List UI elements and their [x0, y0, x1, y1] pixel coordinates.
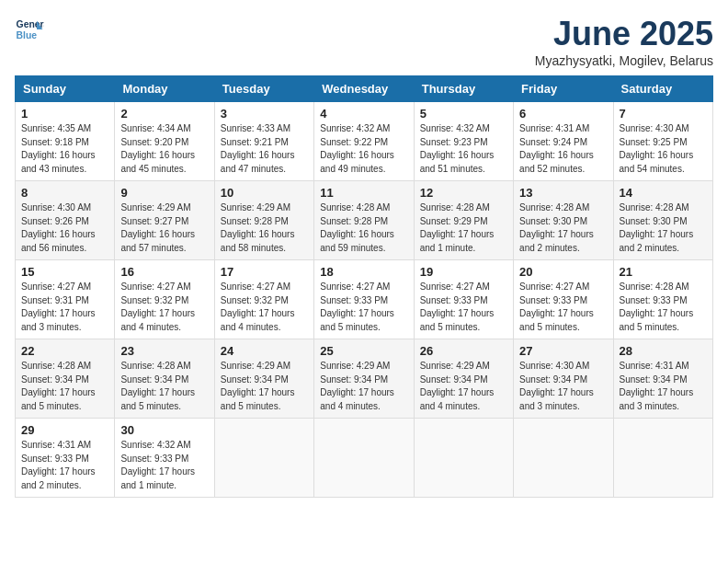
day-number: 6: [519, 107, 607, 121]
day-info: Sunrise: 4:27 AM Sunset: 9:33 PM Dayligh…: [320, 281, 407, 334]
location-title: Myazhysyatki, Mogilev, Belarus: [535, 53, 713, 68]
week-row-3: 15Sunrise: 4:27 AM Sunset: 9:31 PM Dayli…: [16, 260, 713, 339]
day-cell-2: 2Sunrise: 4:34 AM Sunset: 9:20 PM Daylig…: [115, 102, 214, 181]
day-cell-24: 24Sunrise: 4:29 AM Sunset: 9:34 PM Dayli…: [214, 339, 313, 419]
weekday-header-friday: Friday: [514, 76, 613, 102]
day-cell-10: 10Sunrise: 4:29 AM Sunset: 9:28 PM Dayli…: [214, 181, 313, 260]
day-info: Sunrise: 4:31 AM Sunset: 9:34 PM Dayligh…: [620, 360, 707, 413]
logo: General Blue: [15, 15, 44, 44]
day-cell-7: 7Sunrise: 4:30 AM Sunset: 9:25 PM Daylig…: [613, 102, 712, 181]
day-cell-27: 27Sunrise: 4:30 AM Sunset: 9:34 PM Dayli…: [514, 339, 613, 419]
weekday-header-saturday: Saturday: [613, 76, 712, 102]
day-info: Sunrise: 4:29 AM Sunset: 9:27 PM Dayligh…: [120, 201, 208, 255]
day-info: Sunrise: 4:27 AM Sunset: 9:32 PM Dayligh…: [120, 281, 208, 334]
day-number: 8: [21, 186, 108, 200]
day-number: 25: [320, 344, 407, 358]
day-cell-20: 20Sunrise: 4:27 AM Sunset: 9:33 PM Dayli…: [514, 260, 613, 339]
day-cell-14: 14Sunrise: 4:28 AM Sunset: 9:30 PM Dayli…: [613, 181, 712, 260]
day-number: 10: [221, 186, 308, 200]
logo-icon: General Blue: [15, 15, 44, 44]
empty-cell: [613, 419, 712, 498]
day-number: 5: [420, 107, 507, 121]
day-cell-21: 21Sunrise: 4:28 AM Sunset: 9:33 PM Dayli…: [613, 260, 712, 339]
day-cell-6: 6Sunrise: 4:31 AM Sunset: 9:24 PM Daylig…: [514, 102, 613, 181]
day-info: Sunrise: 4:30 AM Sunset: 9:34 PM Dayligh…: [519, 360, 607, 413]
day-cell-13: 13Sunrise: 4:28 AM Sunset: 9:30 PM Dayli…: [514, 181, 613, 260]
day-info: Sunrise: 4:30 AM Sunset: 9:25 PM Dayligh…: [620, 122, 707, 176]
day-cell-17: 17Sunrise: 4:27 AM Sunset: 9:32 PM Dayli…: [214, 260, 313, 339]
day-info: Sunrise: 4:28 AM Sunset: 9:28 PM Dayligh…: [320, 201, 407, 255]
month-title: June 2025: [535, 15, 713, 53]
empty-cell: [314, 419, 414, 498]
day-number: 13: [519, 186, 607, 200]
weekday-header-thursday: Thursday: [414, 76, 513, 102]
weekday-header-sunday: Sunday: [16, 76, 115, 102]
day-cell-12: 12Sunrise: 4:28 AM Sunset: 9:29 PM Dayli…: [414, 181, 513, 260]
day-cell-16: 16Sunrise: 4:27 AM Sunset: 9:32 PM Dayli…: [115, 260, 214, 339]
day-number: 16: [120, 265, 208, 279]
day-number: 24: [221, 344, 308, 358]
day-cell-28: 28Sunrise: 4:31 AM Sunset: 9:34 PM Dayli…: [613, 339, 712, 419]
day-cell-29: 29Sunrise: 4:31 AM Sunset: 9:33 PM Dayli…: [16, 419, 115, 498]
day-number: 19: [420, 265, 507, 279]
day-cell-3: 3Sunrise: 4:33 AM Sunset: 9:21 PM Daylig…: [214, 102, 313, 181]
day-info: Sunrise: 4:28 AM Sunset: 9:30 PM Dayligh…: [519, 201, 607, 255]
day-cell-15: 15Sunrise: 4:27 AM Sunset: 9:31 PM Dayli…: [16, 260, 115, 339]
day-number: 18: [320, 265, 407, 279]
weekday-header-tuesday: Tuesday: [214, 76, 313, 102]
day-number: 3: [221, 107, 308, 121]
day-info: Sunrise: 4:31 AM Sunset: 9:33 PM Dayligh…: [21, 439, 108, 492]
day-info: Sunrise: 4:29 AM Sunset: 9:34 PM Dayligh…: [420, 360, 507, 413]
day-cell-5: 5Sunrise: 4:32 AM Sunset: 9:23 PM Daylig…: [414, 102, 513, 181]
day-info: Sunrise: 4:32 AM Sunset: 9:22 PM Dayligh…: [320, 122, 407, 176]
day-info: Sunrise: 4:27 AM Sunset: 9:32 PM Dayligh…: [221, 281, 308, 334]
day-cell-8: 8Sunrise: 4:30 AM Sunset: 9:26 PM Daylig…: [16, 181, 115, 260]
day-info: Sunrise: 4:28 AM Sunset: 9:30 PM Dayligh…: [620, 201, 707, 255]
day-info: Sunrise: 4:33 AM Sunset: 9:21 PM Dayligh…: [221, 122, 308, 176]
day-cell-18: 18Sunrise: 4:27 AM Sunset: 9:33 PM Dayli…: [314, 260, 414, 339]
day-cell-25: 25Sunrise: 4:29 AM Sunset: 9:34 PM Dayli…: [314, 339, 414, 419]
day-info: Sunrise: 4:27 AM Sunset: 9:33 PM Dayligh…: [420, 281, 507, 334]
day-number: 26: [420, 344, 507, 358]
empty-cell: [414, 419, 513, 498]
day-info: Sunrise: 4:31 AM Sunset: 9:24 PM Dayligh…: [519, 122, 607, 176]
day-number: 1: [21, 107, 108, 121]
day-number: 28: [620, 344, 707, 358]
day-info: Sunrise: 4:27 AM Sunset: 9:31 PM Dayligh…: [21, 281, 108, 334]
day-info: Sunrise: 4:30 AM Sunset: 9:26 PM Dayligh…: [21, 201, 108, 255]
day-cell-19: 19Sunrise: 4:27 AM Sunset: 9:33 PM Dayli…: [414, 260, 513, 339]
day-info: Sunrise: 4:28 AM Sunset: 9:34 PM Dayligh…: [120, 360, 208, 413]
day-number: 9: [120, 186, 208, 200]
day-number: 11: [320, 186, 407, 200]
week-row-2: 8Sunrise: 4:30 AM Sunset: 9:26 PM Daylig…: [16, 181, 713, 260]
day-info: Sunrise: 4:35 AM Sunset: 9:18 PM Dayligh…: [21, 122, 108, 176]
day-number: 21: [620, 265, 707, 279]
empty-cell: [214, 419, 313, 498]
day-info: Sunrise: 4:32 AM Sunset: 9:33 PM Dayligh…: [120, 439, 208, 492]
day-info: Sunrise: 4:29 AM Sunset: 9:34 PM Dayligh…: [221, 360, 308, 413]
day-cell-26: 26Sunrise: 4:29 AM Sunset: 9:34 PM Dayli…: [414, 339, 513, 419]
day-cell-9: 9Sunrise: 4:29 AM Sunset: 9:27 PM Daylig…: [115, 181, 214, 260]
day-number: 17: [221, 265, 308, 279]
weekday-header-wednesday: Wednesday: [314, 76, 414, 102]
day-cell-22: 22Sunrise: 4:28 AM Sunset: 9:34 PM Dayli…: [16, 339, 115, 419]
day-info: Sunrise: 4:34 AM Sunset: 9:20 PM Dayligh…: [120, 122, 208, 176]
day-cell-11: 11Sunrise: 4:28 AM Sunset: 9:28 PM Dayli…: [314, 181, 414, 260]
day-info: Sunrise: 4:27 AM Sunset: 9:33 PM Dayligh…: [519, 281, 607, 334]
svg-text:Blue: Blue: [17, 30, 38, 40]
weekday-header-monday: Monday: [115, 76, 214, 102]
day-cell-4: 4Sunrise: 4:32 AM Sunset: 9:22 PM Daylig…: [314, 102, 414, 181]
week-row-5: 29Sunrise: 4:31 AM Sunset: 9:33 PM Dayli…: [16, 419, 713, 498]
day-info: Sunrise: 4:28 AM Sunset: 9:34 PM Dayligh…: [21, 360, 108, 413]
day-info: Sunrise: 4:29 AM Sunset: 9:34 PM Dayligh…: [320, 360, 407, 413]
day-number: 30: [120, 423, 208, 437]
day-info: Sunrise: 4:32 AM Sunset: 9:23 PM Dayligh…: [420, 122, 507, 176]
day-info: Sunrise: 4:28 AM Sunset: 9:29 PM Dayligh…: [420, 201, 507, 255]
day-info: Sunrise: 4:29 AM Sunset: 9:28 PM Dayligh…: [221, 201, 308, 255]
empty-cell: [514, 419, 613, 498]
day-number: 15: [21, 265, 108, 279]
day-number: 23: [120, 344, 208, 358]
day-number: 29: [21, 423, 108, 437]
day-cell-30: 30Sunrise: 4:32 AM Sunset: 9:33 PM Dayli…: [115, 419, 214, 498]
header: General Blue June 2025 Myazhysyatki, Mog…: [15, 15, 713, 68]
